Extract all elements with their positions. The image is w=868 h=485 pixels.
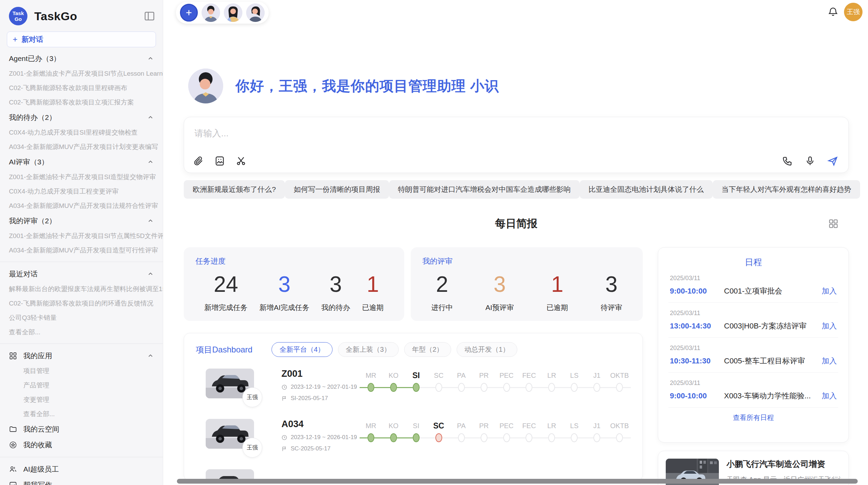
- section-agent-done[interactable]: Agent已办（3）: [0, 51, 163, 66]
- sidebar-cloud-space[interactable]: 我的云空间: [0, 421, 163, 437]
- milestone-LS: LS: [563, 420, 586, 444]
- project-code: Z001: [281, 369, 360, 379]
- schedule-item: 2025/03/11 10:30-11:30 C005-整车工程目标评审 加入: [668, 338, 838, 373]
- section-my-todo[interactable]: 我的待办（2）: [0, 110, 163, 125]
- filter-chip[interactable]: 动总开发（1）: [457, 342, 517, 357]
- apps-view-all[interactable]: 查看全部...: [0, 407, 163, 421]
- schedule-card: 日程 2025/03/11 9:00-10:00 C001-立项审批会 加入 2…: [658, 247, 849, 443]
- milestone-SC: SC: [427, 420, 450, 444]
- sidebar-task-item[interactable]: Z001-全新燃油轻卡产品开发项目SI造型提交物评审: [0, 170, 163, 184]
- people-icon: [9, 465, 17, 473]
- layout-grid-icon[interactable]: [828, 219, 839, 229]
- stat-overdue: 1 已逾期: [546, 271, 568, 312]
- horizontal-scrollbar[interactable]: [177, 479, 858, 484]
- chevron-up-icon[interactable]: [147, 114, 154, 121]
- milestone-PR: PR: [473, 369, 495, 393]
- my-review-card: 我的评审 2 进行中 3 AI预评审 1 已逾期 3 待评审: [411, 247, 643, 321]
- sidebar-task-item[interactable]: A034-全新新能源MUV产品开发项目造型可行性评审: [0, 243, 163, 258]
- chevron-up-icon[interactable]: [147, 352, 154, 359]
- project-owner-badge: 王强: [242, 387, 262, 407]
- app-logo: Task Go: [9, 7, 27, 25]
- join-link[interactable]: 加入: [822, 356, 837, 366]
- app-item-project[interactable]: 项目管理: [0, 364, 163, 378]
- recent-chat-item[interactable]: 公司Q3轻卡销量: [0, 311, 163, 325]
- send-icon[interactable]: [827, 156, 838, 166]
- project-row[interactable]: 王强 Z001 2023-12-19 ~ 2027-01-19 SI-2025-…: [184, 359, 642, 402]
- cloud-space-label: 我的云空间: [23, 424, 59, 434]
- chevron-up-icon[interactable]: [147, 271, 154, 277]
- milestone-SI: SI: [405, 420, 427, 444]
- recent-chat-item[interactable]: 解释最新出台的欧盟报废车法规再生塑料比例被调至15%...: [0, 282, 163, 296]
- new-chat-button[interactable]: + 新对话: [7, 32, 156, 47]
- dashboard-filters: 全新平台（4） 全新上装（3） 年型（2） 动总开发（1）: [272, 342, 517, 357]
- app-item-change[interactable]: 变更管理: [0, 393, 163, 407]
- bell-icon[interactable]: [828, 6, 839, 17]
- sidebar-task-item[interactable]: C0X4-动力总成开发项目SI里程碑提交物检查: [0, 125, 163, 140]
- view-all-schedule-link[interactable]: 查看所有日程: [668, 408, 838, 428]
- project-row-partial: [184, 460, 642, 481]
- image-icon[interactable]: [214, 156, 225, 166]
- sidebar-help-write[interactable]: 帮我写作: [0, 477, 163, 485]
- avatar-1[interactable]: [202, 3, 220, 22]
- new-chat-label: 新对话: [22, 35, 43, 44]
- section-my-review[interactable]: 我的评审（2）: [0, 213, 163, 229]
- sidebar-task-item[interactable]: C02-飞腾新能源轻客改款项目立项汇报方案: [0, 95, 163, 110]
- mic-icon[interactable]: [805, 156, 816, 166]
- sidebar-collapse-icon[interactable]: [144, 10, 155, 22]
- scissors-icon[interactable]: [236, 156, 246, 166]
- sidebar-task-item[interactable]: A034-全新新能源MUV产品开发项目法规符合性评审: [0, 199, 163, 213]
- sidebar-task-item[interactable]: Z001-全新燃油轻卡产品开发项目SI节点属性5D文件评审: [0, 229, 163, 243]
- sidebar-ai-staff[interactable]: AI超级员工: [0, 461, 163, 477]
- join-link[interactable]: 加入: [822, 391, 837, 401]
- sidebar-my-apps[interactable]: 我的应用: [0, 348, 163, 364]
- schedule-name: C005-整车工程目标评审: [724, 356, 822, 366]
- suggestion-chip[interactable]: 当下年轻人对汽车外观有怎样的喜好趋势: [713, 180, 860, 199]
- chevron-up-icon[interactable]: [147, 217, 154, 224]
- dashboard-title: 项目Dashboard: [196, 344, 252, 355]
- clock-icon: [281, 435, 287, 440]
- chat-composer[interactable]: 请输入...: [184, 117, 849, 173]
- chevron-up-icon[interactable]: [147, 55, 154, 62]
- sidebar-task-item[interactable]: A034-全新新能源MUV产品开发项目计划变更表编写: [0, 140, 163, 154]
- avatar-2[interactable]: [224, 3, 242, 22]
- schedule-time: 10:30-11:30: [670, 357, 724, 365]
- milestone-LR: LR: [540, 369, 563, 393]
- section-recent-chats[interactable]: 最近对话: [0, 266, 163, 282]
- sidebar-task-item[interactable]: C0X4-动力总成开发项目工程变更评审: [0, 184, 163, 199]
- task-progress-card: 任务进度 24 新增完成任务 3 新增AI完成任务 3 我的待办 1 已逾期: [184, 247, 404, 321]
- phone-icon[interactable]: [782, 156, 793, 166]
- chevron-up-icon[interactable]: [147, 159, 154, 165]
- app-item-product[interactable]: 产品管理: [0, 378, 163, 393]
- sidebar-task-item[interactable]: C02-飞腾新能源轻客改款项目里程碑画布: [0, 81, 163, 95]
- sidebar-favorites[interactable]: 我的收藏: [0, 437, 163, 453]
- filter-chip[interactable]: 年型（2）: [404, 342, 451, 357]
- card-title: 任务进度: [195, 256, 393, 266]
- avatar-3[interactable]: [246, 3, 265, 22]
- plus-icon: +: [13, 35, 17, 44]
- project-row[interactable]: 王强 A034 2023-12-19 ~ 2026-01-19 SC-2025-…: [184, 409, 642, 452]
- user-avatar[interactable]: 王强: [844, 3, 863, 21]
- milestone-PEC: PEC: [495, 420, 518, 444]
- section-ai-review[interactable]: AI评审（3）: [0, 154, 163, 170]
- add-agent-button[interactable]: [180, 4, 198, 22]
- filter-chip[interactable]: 全新上装（3）: [338, 342, 399, 357]
- join-link[interactable]: 加入: [822, 286, 837, 296]
- attachment-icon[interactable]: [193, 156, 204, 166]
- suggestion-chip[interactable]: 特朗普可能对进口汽车增税会对中国车企造成哪些影响: [389, 180, 580, 199]
- suggestion-chip[interactable]: 比亚迪全固态电池计划具体说了什么: [580, 180, 713, 199]
- schedule-item: 2025/03/11 13:00-14:30 C003|H0B-方案冻结评审 加…: [668, 303, 838, 338]
- milestone-PEC: PEC: [495, 369, 518, 393]
- star-circle-icon: [9, 441, 17, 449]
- logo-text-1: Task: [12, 10, 24, 16]
- recent-view-all[interactable]: 查看全部...: [0, 325, 163, 339]
- filter-chip[interactable]: 全新平台（4）: [272, 342, 332, 357]
- join-link[interactable]: 加入: [822, 321, 837, 331]
- stat-in-progress: 2 进行中: [431, 271, 453, 312]
- sidebar-task-item[interactable]: Z001-全新燃油皮卡产品开发项目SI节点Lesson Learn报告: [0, 66, 163, 81]
- suggestion-chip[interactable]: 欧洲新规最近颁布了什么?: [184, 180, 285, 199]
- recent-chat-item[interactable]: C02-飞腾新能源轻客改款项目的闭环通告反馈情况: [0, 296, 163, 311]
- divider: [0, 457, 163, 457]
- stat-overdue: 1 已逾期: [362, 271, 384, 312]
- suggestion-chip[interactable]: 如何写一份清晰的项目周报: [285, 180, 389, 199]
- schedule-name: C001-立项审批会: [724, 286, 822, 296]
